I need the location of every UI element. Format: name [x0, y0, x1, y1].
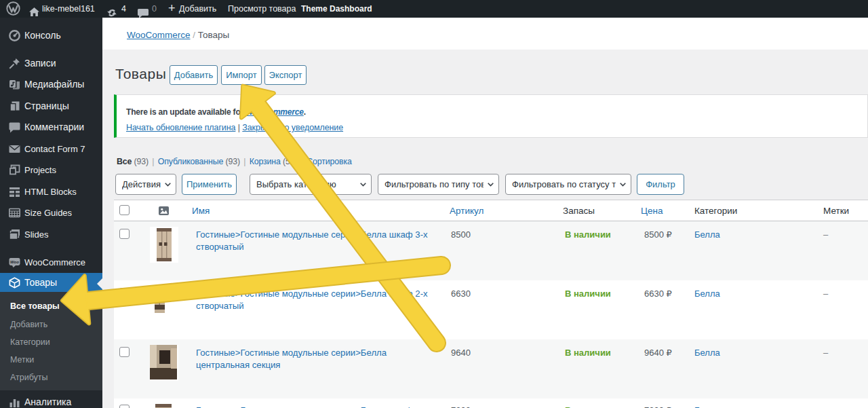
svg-text:Woo: Woo [10, 259, 19, 263]
